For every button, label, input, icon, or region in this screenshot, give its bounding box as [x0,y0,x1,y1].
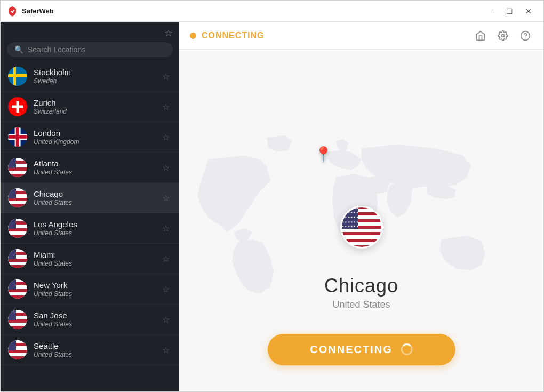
connect-button[interactable]: CONNECTING [267,334,455,365]
location-country: Switzerland [34,108,160,115]
location-name: Chicago [34,189,160,198]
search-icon: 🔍 [14,45,23,54]
title-bar: SaferWeb — ☐ ✕ [1,1,543,22]
location-name: Zurich [34,98,160,107]
flag-circle [8,340,27,359]
help-icon[interactable] [518,28,533,43]
location-item[interactable]: Seattle United States ☆ [1,335,179,365]
location-info: Los Angeles United States [34,220,160,237]
flag-circle [8,249,27,268]
selected-location-flag: ★★★★★★ ★★★★★★ ★★★★★★ ★★★★★★ ★★★★★★ [340,206,383,249]
settings-icon[interactable] [495,28,510,43]
favorite-star-icon[interactable]: ☆ [160,100,172,114]
favorites-icon[interactable]: ☆ [164,27,173,39]
search-bar[interactable]: 🔍 [7,42,173,57]
location-country: United States [34,351,160,358]
flag-circle [8,188,27,207]
location-country: United States [34,229,160,237]
location-info: San Jose United States [34,311,160,328]
flag-circle [8,158,27,177]
location-info: Atlanta United States [34,159,160,176]
status-dot [190,33,196,39]
favorite-star-icon[interactable]: ☆ [160,252,172,266]
location-info: New York United States [34,281,160,298]
location-name: Stockholm [34,68,160,77]
connect-button-area: CONNECTING [267,334,455,365]
location-name: San Jose [34,311,160,320]
right-panel: CONNECTING [179,22,543,392]
location-name: Miami [34,250,160,259]
location-item[interactable]: Zurich Switzerland ☆ [1,92,179,122]
selected-city: Chicago [324,275,398,297]
location-name: Los Angeles [34,220,160,229]
location-country: Sweden [34,77,160,85]
map-pin: 📍 [314,146,333,163]
maximize-button[interactable]: ☐ [501,5,518,18]
location-item[interactable]: Stockholm Sweden ☆ [1,61,179,92]
favorite-star-icon[interactable]: ☆ [160,69,172,84]
location-country: United States [34,199,160,206]
flag-circle [8,279,27,299]
status-label: CONNECTING [202,31,473,41]
main-layout: ☆ 🔍 Stockholm Sweden ☆ Zurich Switzerlan… [1,22,543,392]
favorite-star-icon[interactable]: ☆ [160,161,172,175]
minimize-button[interactable]: — [482,5,499,18]
location-name: London [34,129,160,138]
window-controls: — ☐ ✕ [482,5,537,18]
flag-circle [8,219,27,238]
favorite-star-icon[interactable]: ☆ [160,343,172,357]
app-logo [7,6,18,17]
app-title: SaferWeb [22,7,482,15]
flag-circle [8,127,27,147]
favorite-star-icon[interactable]: ☆ [160,191,172,205]
location-info: Seattle United States [34,341,160,358]
location-name: New York [34,281,160,290]
close-button[interactable]: ✕ [520,5,537,18]
location-item[interactable]: New York United States ☆ [1,274,179,305]
location-list: Stockholm Sweden ☆ Zurich Switzerland ☆ … [1,61,179,392]
connect-button-label: CONNECTING [310,343,392,356]
favorite-star-icon[interactable]: ☆ [160,130,172,145]
favorite-star-icon[interactable]: ☆ [160,221,172,236]
location-item[interactable]: Atlanta United States ☆ [1,153,179,183]
location-info: Stockholm Sweden [34,68,160,85]
favorite-star-icon[interactable]: ☆ [160,282,172,297]
flag-circle [8,310,27,329]
location-country: United States [34,321,160,328]
sidebar: ☆ 🔍 Stockholm Sweden ☆ Zurich Switzerlan… [1,22,179,392]
home-icon[interactable] [473,28,488,43]
map-area: 📍 ★★★★★★ ★★★★★★ ★★★★★★ ★★★★★★ ★★★★★★ [179,50,543,392]
location-info: Miami United States [34,250,160,267]
location-item[interactable]: Los Angeles United States ☆ [1,213,179,244]
top-bar: CONNECTING [179,22,543,50]
flag-circle [8,67,27,86]
location-country: United States [34,260,160,267]
favorite-star-icon[interactable]: ☆ [160,313,172,327]
location-item[interactable]: San Jose United States ☆ [1,305,179,335]
sidebar-top: ☆ [1,22,179,42]
location-item[interactable]: Miami United States ☆ [1,244,179,274]
top-bar-icons [473,28,533,43]
location-item[interactable]: London United Kingdom ☆ [1,122,179,153]
location-display: Chicago United States [324,275,398,310]
selected-country: United States [324,299,398,310]
location-country: United Kingdom [34,138,160,146]
search-input[interactable] [28,45,165,54]
loading-spinner [401,343,413,355]
location-country: United States [34,290,160,298]
flag-circle [8,97,27,116]
location-info: London United Kingdom [34,129,160,146]
location-name: Seattle [34,341,160,350]
location-item[interactable]: Chicago United States ☆ [1,183,179,213]
location-info: Chicago United States [34,189,160,206]
location-info: Zurich Switzerland [34,98,160,115]
us-flag: ★★★★★★ ★★★★★★ ★★★★★★ ★★★★★★ ★★★★★★ [342,206,381,249]
svg-point-0 [502,34,505,37]
location-name: Atlanta [34,159,160,168]
location-country: United States [34,169,160,176]
